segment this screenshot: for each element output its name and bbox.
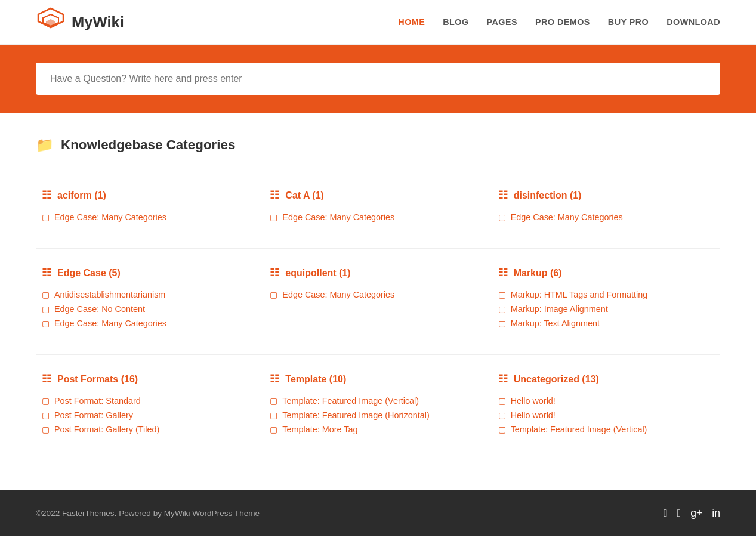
search-input[interactable]: [36, 63, 720, 95]
list-icon: ☷: [42, 373, 51, 385]
category-link[interactable]: Template: Featured Image (Horizontal): [282, 410, 429, 420]
list-item: ▢Post Format: Gallery (Tiled): [42, 422, 252, 437]
category-name: Uncategorized (13): [514, 374, 599, 385]
category-link[interactable]: Edge Case: Many Categories: [511, 212, 623, 222]
category-title: ☷Markup (6): [498, 267, 708, 279]
main-content: 📁 Knowledgebase Categories ☷aciform (1)▢…: [0, 113, 756, 490]
nav-buy-pro[interactable]: BUY PRO: [608, 17, 649, 27]
category-name: Markup (6): [514, 268, 562, 279]
category-title: ☷Edge Case (5): [42, 267, 252, 279]
category-link[interactable]: Edge Case: No Content: [54, 304, 145, 314]
nav-blog[interactable]: BLOG: [443, 17, 468, 27]
category-title: ☷Cat A (1): [270, 189, 480, 202]
twitter-icon[interactable]: : [677, 507, 681, 520]
logo-icon: [36, 6, 66, 38]
footer-social:   g+ in: [664, 507, 720, 520]
doc-icon: ▢: [270, 290, 277, 299]
doc-icon: ▢: [42, 304, 50, 314]
category-title: ☷disinfection (1): [498, 189, 708, 202]
category-title: ☷aciform (1): [42, 189, 252, 202]
row-divider: [36, 248, 720, 249]
logo-text: MyWiki: [72, 14, 124, 31]
nav-pro-demos[interactable]: PRO DEMOS: [535, 17, 590, 27]
list-item: ▢Post Format: Gallery: [42, 408, 252, 422]
category-name: disinfection (1): [514, 190, 582, 201]
category-link[interactable]: Hello world!: [511, 410, 556, 420]
list-icon: ☷: [42, 189, 51, 202]
nav-download[interactable]: DOWNLOAD: [666, 17, 720, 27]
category-link[interactable]: Antidisestablishmentarianism: [54, 290, 165, 299]
list-icon: ☷: [498, 267, 508, 279]
doc-icon: ▢: [498, 319, 506, 328]
list-icon: ☷: [498, 373, 508, 385]
category-title: ☷Uncategorized (13): [498, 373, 708, 385]
list-icon: ☷: [270, 267, 279, 279]
list-item: ▢Edge Case: Many Categories: [498, 210, 708, 224]
list-item: ▢Post Format: Standard: [42, 394, 252, 408]
category-link[interactable]: Markup: Text Alignment: [511, 319, 600, 328]
doc-icon: ▢: [42, 425, 50, 434]
nav-home[interactable]: HOME: [398, 17, 425, 27]
category-link[interactable]: Template: Featured Image (Vertical): [282, 396, 419, 406]
category-link[interactable]: Markup: Image Alignment: [511, 304, 608, 314]
category-link[interactable]: Edge Case: Many Categories: [54, 212, 166, 222]
main-nav: HOME BLOG PAGES PRO DEMOS BUY PRO DOWNLO…: [398, 17, 720, 27]
facebook-icon[interactable]: : [664, 507, 667, 520]
linkedin-icon[interactable]: in: [712, 507, 720, 520]
list-item: ▢Hello world!: [498, 394, 708, 408]
list-item: ▢Template: Featured Image (Horizontal): [270, 408, 480, 422]
doc-icon: ▢: [42, 319, 50, 328]
list-item: ▢Template: Featured Image (Vertical): [270, 394, 480, 408]
category-block: ☷disinfection (1)▢Edge Case: Many Catego…: [492, 177, 720, 242]
list-icon: ☷: [42, 267, 51, 279]
category-block: ☷Post Formats (16)▢Post Format: Standard…: [36, 361, 264, 455]
category-link[interactable]: Post Format: Gallery (Tiled): [54, 425, 159, 434]
doc-icon: ▢: [270, 212, 277, 222]
category-link[interactable]: Edge Case: Many Categories: [54, 319, 166, 328]
list-item: ▢Edge Case: No Content: [42, 302, 252, 316]
category-link[interactable]: Edge Case: Many Categories: [282, 212, 394, 222]
category-block: ☷Template (10)▢Template: Featured Image …: [264, 361, 492, 455]
header: MyWiki HOME BLOG PAGES PRO DEMOS BUY PRO…: [0, 0, 756, 45]
list-icon: ☷: [498, 189, 508, 202]
category-link[interactable]: Hello world!: [511, 396, 556, 406]
category-link[interactable]: Template: More Tag: [282, 425, 357, 434]
category-link[interactable]: Edge Case: Many Categories: [282, 290, 394, 299]
list-item: ▢Edge Case: Many Categories: [270, 210, 480, 224]
category-title: ☷Post Formats (16): [42, 373, 252, 385]
category-link[interactable]: Post Format: Gallery: [54, 410, 133, 420]
list-item: ▢Markup: Text Alignment: [498, 316, 708, 330]
category-name: Post Formats (16): [57, 374, 138, 385]
category-link[interactable]: Markup: HTML Tags and Formatting: [511, 290, 648, 299]
category-name: Template (10): [285, 374, 346, 385]
category-block: ☷Uncategorized (13)▢Hello world!▢Hello w…: [492, 361, 720, 455]
category-name: Cat A (1): [285, 190, 324, 201]
row-divider: [36, 354, 720, 355]
category-block: ☷aciform (1)▢Edge Case: Many Categories: [36, 177, 264, 242]
category-name: aciform (1): [57, 190, 106, 201]
doc-icon: ▢: [498, 425, 506, 434]
list-item: ▢Edge Case: Many Categories: [270, 288, 480, 302]
footer: ©2022 FasterThemes. Powered by MyWiki Wo…: [0, 490, 756, 536]
doc-icon: ▢: [42, 396, 50, 406]
doc-icon: ▢: [270, 425, 277, 434]
doc-icon: ▢: [498, 396, 506, 406]
category-title: ☷equipollent (1): [270, 267, 480, 279]
search-section: [0, 45, 756, 113]
categories-grid: ☷aciform (1)▢Edge Case: Many Categories☷…: [36, 177, 720, 455]
list-item: ▢Edge Case: Many Categories: [42, 210, 252, 224]
doc-icon: ▢: [498, 410, 506, 420]
doc-icon: ▢: [270, 396, 277, 406]
list-item: ▢Markup: Image Alignment: [498, 302, 708, 316]
nav-pages[interactable]: PAGES: [487, 17, 517, 27]
doc-icon: ▢: [42, 410, 50, 420]
folder-icon: 📁: [36, 137, 54, 153]
category-link[interactable]: Template: Featured Image (Vertical): [511, 425, 647, 434]
list-icon: ☷: [270, 189, 279, 202]
category-title: ☷Template (10): [270, 373, 480, 385]
doc-icon: ▢: [498, 304, 506, 314]
category-link[interactable]: Post Format: Standard: [54, 396, 141, 406]
category-block: ☷Edge Case (5)▢Antidisestablishmentarian…: [36, 255, 264, 348]
list-item: ▢Template: More Tag: [270, 422, 480, 437]
googleplus-icon[interactable]: g+: [690, 507, 702, 520]
